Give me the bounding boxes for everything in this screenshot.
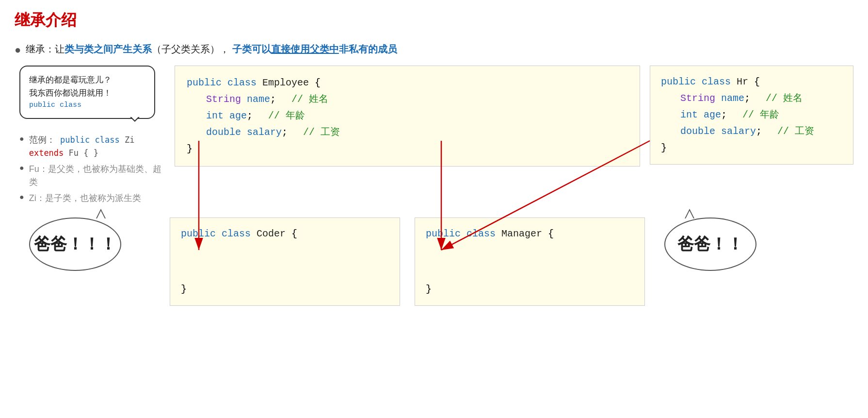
- coder-close: }: [181, 281, 389, 298]
- hr-line1: public class Hr {: [661, 74, 842, 90]
- manager-block-wrap: public class Manager { }: [415, 217, 645, 306]
- bottom-right-section: 爸爸！！: [650, 217, 853, 306]
- hr-class-block: public class Hr { String name; // 姓名 int…: [650, 66, 853, 165]
- bubble-dad-right: 爸爸！！: [664, 217, 756, 271]
- manager-class-block: public class Manager { }: [415, 217, 645, 306]
- page-container: 继承介绍 ● 继承：让类与类之间产生关系（子父类关系）， 子类可以直接使用父类中…: [15, 10, 853, 306]
- bubble-tail-inner-left: [96, 211, 105, 219]
- hr-line5: }: [661, 140, 842, 156]
- sub-bullet-3: ● Zi：是子类，也被称为派生类: [19, 192, 165, 205]
- coder-class-block: public class Coder { }: [170, 217, 400, 306]
- bullet-dot-1: ●: [15, 43, 21, 58]
- main-bullet-section: ● 继承：让类与类之间产生关系（子父类关系）， 子类可以直接使用父类中非私有的成…: [15, 43, 853, 58]
- speech-bubble-top: 继承的都是霉玩意儿？ 我东西你都说用就用！ public class: [19, 66, 155, 119]
- coder-block-wrap: public class Coder { }: [170, 217, 400, 306]
- hr-line2: String name; // 姓名: [661, 90, 842, 107]
- bubble-line3: public class: [29, 100, 145, 111]
- hr-line3: int age; // 年龄: [661, 107, 842, 123]
- bubble-line2: 我东西你都说用就用！: [29, 86, 145, 100]
- sub-bullet-2: ● Fu：是父类，也被称为基础类、超类: [19, 163, 165, 189]
- bubble-tail-inner-right: [685, 211, 694, 219]
- bottom-left-section: 爸爸！！！: [15, 217, 165, 306]
- bubble-line1: 继承的都是霉玩意儿？: [29, 73, 145, 86]
- page-title: 继承介绍: [15, 10, 853, 31]
- diagram-container: 继承的都是霉玩意儿？ 我东西你都说用就用！ public class ● 范例：…: [15, 66, 853, 306]
- employee-line2: String name; // 姓名: [187, 91, 628, 108]
- manager-close: }: [426, 281, 634, 298]
- bullet-text-1: 继承：让类与类之间产生关系（子父类关系）， 子类可以直接使用父类中非私有的成员: [26, 43, 397, 56]
- bottom-row: 爸爸！！！ public class Coder { }: [15, 217, 853, 306]
- employee-line1: public class Employee {: [187, 75, 628, 91]
- sub-bullets: ● 范例： public class Zi extends Fu { } ● F…: [15, 134, 165, 205]
- highlight-class-relation: 类与类之间产生关系: [64, 44, 152, 54]
- diagram-top-row: 继承的都是霉玩意儿？ 我东西你都说用就用！ public class ● 范例：…: [15, 66, 853, 208]
- employee-line3: int age; // 年龄: [187, 108, 628, 124]
- employee-line5: }: [187, 141, 628, 157]
- employee-class-block: public class Employee { String name; // …: [175, 66, 640, 167]
- left-text-col: 继承的都是霉玩意儿？ 我东西你都说用就用！ public class ● 范例：…: [15, 66, 165, 208]
- coder-body: [181, 242, 389, 281]
- manager-body: [426, 242, 634, 281]
- main-bullet: ● 继承：让类与类之间产生关系（子父类关系）， 子类可以直接使用父类中非私有的成…: [15, 43, 853, 58]
- mid-code-col: public class Employee { String name; // …: [175, 66, 640, 167]
- bubble-dad-left: 爸爸！！！: [29, 217, 121, 271]
- right-code-col: public class Hr { String name; // 姓名 int…: [650, 66, 853, 165]
- example-code: public class Zi extends Fu { }: [29, 135, 135, 158]
- coder-line1: public class Coder {: [181, 226, 389, 242]
- manager-line1: public class Manager {: [426, 226, 634, 242]
- sub-bullet-1: ● 范例： public class Zi extends Fu { }: [19, 134, 165, 160]
- hr-line4: double salary; // 工资: [661, 123, 842, 140]
- bottom-center-section: public class Coder { } public class Mana…: [165, 217, 650, 306]
- underline-direct: 直接使用父类中: [271, 44, 339, 54]
- highlight-subclass: 子类可以直接使用父类中非私有的成员: [232, 44, 397, 54]
- employee-line4: double salary; // 工资: [187, 124, 628, 141]
